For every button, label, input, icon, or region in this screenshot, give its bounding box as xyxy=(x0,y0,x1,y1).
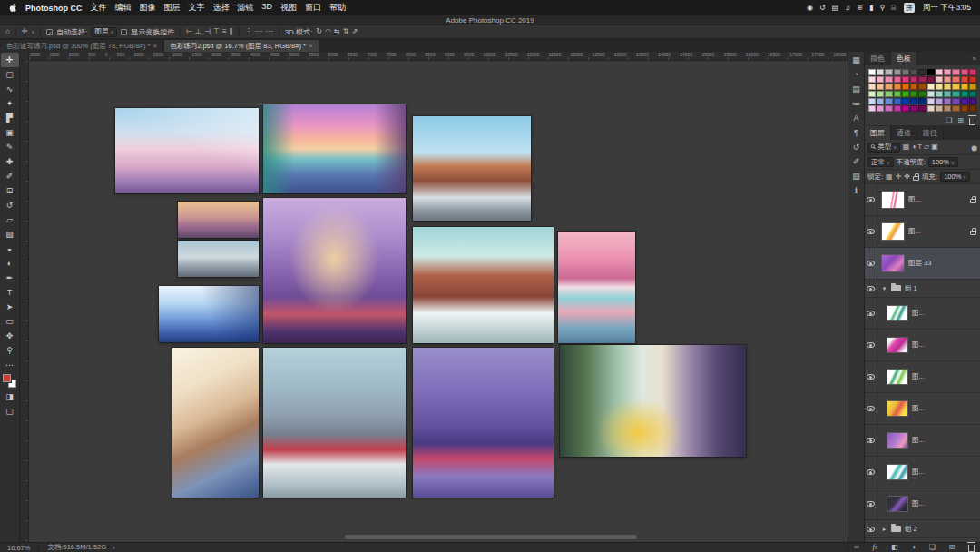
history-brush-tool[interactable]: ↺ xyxy=(1,198,19,212)
move-tool[interactable]: ✛ xyxy=(1,53,19,67)
color-swatch[interactable] xyxy=(952,91,959,97)
zoom-tool[interactable]: ⚲ xyxy=(1,343,19,358)
3d-roll-icon[interactable]: ◠ xyxy=(325,28,331,35)
layer-group-row[interactable]: ▾组 1 xyxy=(865,280,980,298)
color-swatch[interactable] xyxy=(894,105,901,112)
color-swatch[interactable] xyxy=(902,98,909,104)
lock-all-icon[interactable] xyxy=(913,176,919,181)
eraser-tool[interactable]: ▱ xyxy=(1,212,19,227)
apple-icon[interactable] xyxy=(9,3,17,13)
adjustment-layer-icon[interactable]: ◑ xyxy=(911,544,916,551)
align-middle-icon[interactable]: ≡ xyxy=(222,28,227,35)
color-swatch[interactable] xyxy=(936,98,943,104)
layer-row[interactable]: 图... xyxy=(865,425,980,457)
screen-mode-icon[interactable]: ▢ xyxy=(1,404,19,419)
swatch-folder-icon[interactable]: ❏ xyxy=(946,117,952,124)
filter-adjustment-icon[interactable]: ◑ xyxy=(911,143,916,151)
3d-rotate-icon[interactable]: ↻ xyxy=(316,28,322,35)
color-swatch[interactable] xyxy=(885,84,892,90)
more-options-icon[interactable]: ⋯ xyxy=(266,28,273,35)
close-icon[interactable]: × xyxy=(309,42,313,50)
color-swatch[interactable] xyxy=(868,98,876,104)
color-swatch[interactable] xyxy=(969,91,976,97)
color-swatch[interactable] xyxy=(902,76,909,83)
menu-item[interactable]: 文件 xyxy=(91,2,107,14)
color-swatch[interactable] xyxy=(952,105,959,112)
lock-pixels-icon[interactable]: ✛ xyxy=(896,173,902,181)
color-swatch[interactable] xyxy=(944,76,951,83)
path-selection-tool[interactable]: ➤ xyxy=(1,300,19,314)
color-swatch[interactable] xyxy=(927,105,935,112)
color-swatch[interactable] xyxy=(969,76,976,83)
panel-brushes-icon[interactable]: ✐ xyxy=(853,158,860,166)
color-swatch[interactable] xyxy=(969,105,976,112)
color-swatch[interactable] xyxy=(918,105,926,112)
blend-mode-dropdown[interactable]: 正常 ∨ xyxy=(867,157,894,167)
color-chips[interactable] xyxy=(3,374,16,388)
color-swatch[interactable] xyxy=(936,91,943,97)
menu-item[interactable]: 视图 xyxy=(280,2,297,14)
color-swatch[interactable] xyxy=(944,105,951,112)
color-swatch[interactable] xyxy=(910,91,917,97)
menu-item[interactable]: 文字 xyxy=(189,2,205,14)
fill-dropdown[interactable]: 100% ∨ xyxy=(940,172,970,182)
panel-patterns-icon[interactable]: ▨ xyxy=(852,172,860,181)
panel-paragraph-icon[interactable]: ¶ xyxy=(854,129,858,137)
layer-row[interactable]: 图... xyxy=(865,393,980,425)
ruler-corner[interactable] xyxy=(20,52,29,60)
color-swatch[interactable] xyxy=(918,91,926,97)
chevron-down-icon[interactable]: ▾ xyxy=(881,285,887,292)
tab-图层[interactable]: 图层 xyxy=(865,126,891,140)
color-swatch[interactable] xyxy=(877,76,884,83)
link-layers-icon[interactable]: ∞ xyxy=(854,544,859,551)
visibility-toggle[interactable] xyxy=(865,248,877,279)
menu-item[interactable]: 滤镜 xyxy=(238,2,254,14)
distribute-h-icon[interactable]: ⋯ xyxy=(255,28,262,35)
visibility-toggle[interactable] xyxy=(865,488,877,519)
color-swatch[interactable] xyxy=(969,84,976,90)
gradient-tool[interactable]: ▨ xyxy=(1,227,19,242)
layer-row[interactable]: 图层 33 xyxy=(865,248,980,280)
marquee-tool[interactable]: ▢ xyxy=(1,67,19,82)
menu-item[interactable]: 窗口 xyxy=(305,2,321,14)
creative-cloud-icon[interactable]: ◉ xyxy=(807,5,813,12)
color-swatch[interactable] xyxy=(944,91,951,97)
color-swatch[interactable] xyxy=(885,69,892,75)
frame-tool[interactable]: ▣ xyxy=(1,125,19,140)
color-swatch[interactable] xyxy=(894,69,901,75)
hand-tool[interactable]: ✥ xyxy=(1,329,19,343)
input-method-badge[interactable]: 拼 xyxy=(904,3,915,13)
filter-smart-icon[interactable]: ▣ xyxy=(931,143,938,151)
chevron-down-icon[interactable]: ∨ xyxy=(32,29,35,34)
color-swatch[interactable] xyxy=(902,105,909,112)
color-swatch[interactable] xyxy=(910,76,917,83)
lock-transparency-icon[interactable]: ▦ xyxy=(886,173,893,181)
visibility-toggle[interactable] xyxy=(865,361,877,392)
layer-row[interactable]: 图... xyxy=(865,488,980,520)
delete-layer-icon[interactable] xyxy=(968,545,975,552)
color-swatch[interactable] xyxy=(961,105,968,112)
foreground-color-chip[interactable] xyxy=(3,374,11,382)
visibility-toggle[interactable] xyxy=(865,184,877,215)
color-swatch[interactable] xyxy=(910,69,917,75)
visibility-toggle[interactable] xyxy=(865,298,877,329)
layer-row[interactable]: 图... xyxy=(865,457,980,488)
color-swatch[interactable] xyxy=(944,98,951,104)
layer-row[interactable]: 图... xyxy=(865,298,980,330)
menu-item[interactable]: 编辑 xyxy=(115,2,132,14)
layer-filter-dropdown[interactable]: ⚲ 类型 ∨ xyxy=(867,143,900,153)
wifi-icon[interactable]: ≋ xyxy=(857,5,863,12)
3d-drag-icon[interactable]: ⇆ xyxy=(334,28,340,35)
color-swatch[interactable] xyxy=(902,91,909,97)
visibility-toggle[interactable] xyxy=(865,457,877,488)
color-swatch[interactable] xyxy=(877,105,884,112)
panel-swatches-icon[interactable]: ▦ xyxy=(852,56,860,64)
panel-info-icon[interactable]: ℹ xyxy=(855,187,858,195)
canvas-area[interactable] xyxy=(29,61,848,542)
blur-tool[interactable]: ◒ xyxy=(1,242,19,256)
color-swatch[interactable] xyxy=(952,76,959,83)
panel-history-icon[interactable]: ↺ xyxy=(853,143,860,152)
visibility-toggle[interactable] xyxy=(865,280,877,297)
tab-通道[interactable]: 通道 xyxy=(891,126,917,140)
color-swatch[interactable] xyxy=(927,69,935,75)
